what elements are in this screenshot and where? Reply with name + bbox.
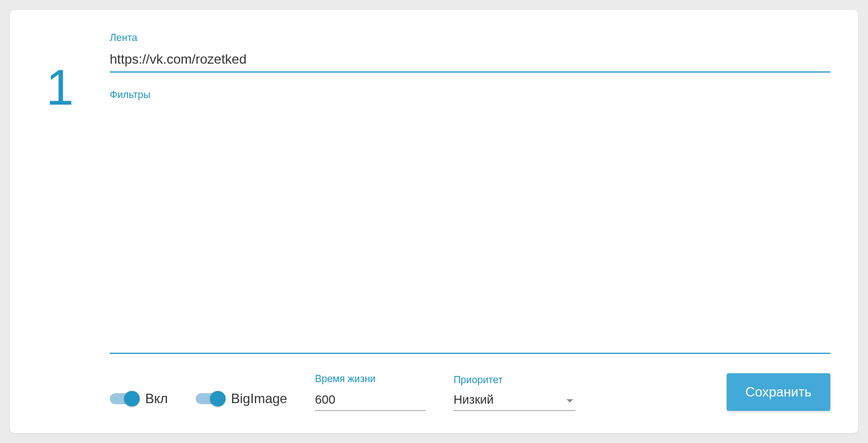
save-button[interactable]: Сохранить — [727, 373, 830, 411]
priority-value: Низкий — [453, 393, 493, 406]
filters-section: Фильтры — [110, 89, 830, 373]
toggle-knob-icon — [124, 391, 140, 406]
enabled-toggle-label: Вкл — [145, 391, 168, 406]
item-number: 1 — [46, 63, 74, 112]
feed-label: Лента — [110, 32, 830, 44]
toggle-knob-icon — [210, 391, 226, 406]
bigimage-toggle[interactable] — [196, 393, 223, 404]
number-column: 1 — [27, 32, 93, 411]
ttl-label: Время жизни — [315, 373, 426, 385]
chevron-down-icon — [566, 399, 573, 403]
priority-select[interactable]: Низкий — [453, 389, 575, 411]
content-column: Лента Фильтры Вкл BigImage Время жизни — [110, 32, 830, 411]
bigimage-toggle-wrap: BigImage — [196, 391, 287, 411]
filters-area[interactable] — [110, 104, 830, 354]
feed-input[interactable] — [110, 47, 830, 73]
bigimage-toggle-label: BigImage — [231, 391, 287, 406]
priority-label: Приоритет — [453, 374, 575, 386]
bottom-controls-row: Вкл BigImage Время жизни Приоритет Низки… — [110, 373, 830, 411]
filters-label: Фильтры — [110, 89, 830, 101]
priority-field: Приоритет Низкий — [453, 374, 575, 411]
ttl-field: Время жизни — [315, 373, 426, 411]
enabled-toggle[interactable] — [110, 393, 137, 404]
ttl-input[interactable] — [315, 389, 426, 411]
feed-card: 1 Лента Фильтры Вкл BigImage — [10, 10, 858, 433]
feed-field-group: Лента — [110, 32, 830, 73]
enabled-toggle-wrap: Вкл — [110, 391, 168, 411]
